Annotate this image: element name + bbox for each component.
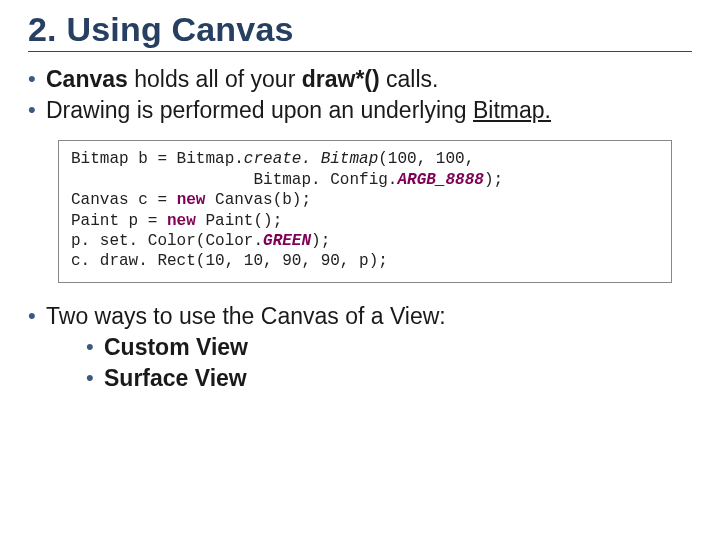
code-block: Bitmap b = Bitmap.create. Bitmap(100, 10… xyxy=(58,140,672,283)
bullet-list-bottom: Two ways to use the Canvas of a View: Cu… xyxy=(28,301,692,394)
text-span: Two ways to use the Canvas of a View: xyxy=(46,303,446,329)
bullet-item: Drawing is performed upon an underlying … xyxy=(28,95,692,126)
code-text: Paint(); xyxy=(196,212,282,230)
text-span: calls. xyxy=(380,66,439,92)
code-text: Canvas c = xyxy=(71,191,177,209)
code-text: ); xyxy=(484,171,503,189)
bullet-item: Canvas holds all of your draw*() calls. xyxy=(28,64,692,95)
code-text: ); xyxy=(311,232,330,250)
code-text: c. draw. Rect(10, 10, 90, 90, p); xyxy=(71,252,388,270)
code-text: Bitmap b = Bitmap. xyxy=(71,150,244,168)
text-bold: draw*() xyxy=(302,66,380,92)
sub-bullet-list: Custom View Surface View xyxy=(46,332,692,394)
text-bold: Custom View xyxy=(104,334,248,360)
bullet-list-top: Canvas holds all of your draw*() calls. … xyxy=(28,64,692,126)
sub-bullet-item: Custom View xyxy=(86,332,692,363)
code-text: Canvas(b); xyxy=(205,191,311,209)
code-text: Paint p = xyxy=(71,212,167,230)
code-text: (100, 100, xyxy=(378,150,474,168)
text-bold: Surface View xyxy=(104,365,247,391)
text-bold: Canvas xyxy=(46,66,128,92)
code-constant: GREEN xyxy=(263,232,311,250)
text-span: Drawing is performed upon an underlying xyxy=(46,97,473,123)
slide-title: 2. Using Canvas xyxy=(28,10,692,52)
code-keyword: new xyxy=(177,191,206,209)
code-text: p. set. Color(Color. xyxy=(71,232,263,250)
sub-bullet-item: Surface View xyxy=(86,363,692,394)
code-constant: ARGB_8888 xyxy=(397,171,483,189)
code-text: Bitmap. Config. xyxy=(71,171,397,189)
text-span: holds all of your xyxy=(128,66,302,92)
code-italic: create. Bitmap xyxy=(244,150,378,168)
bullet-item: Two ways to use the Canvas of a View: Cu… xyxy=(28,301,692,394)
text-underline: Bitmap. xyxy=(473,97,551,123)
code-keyword: new xyxy=(167,212,196,230)
